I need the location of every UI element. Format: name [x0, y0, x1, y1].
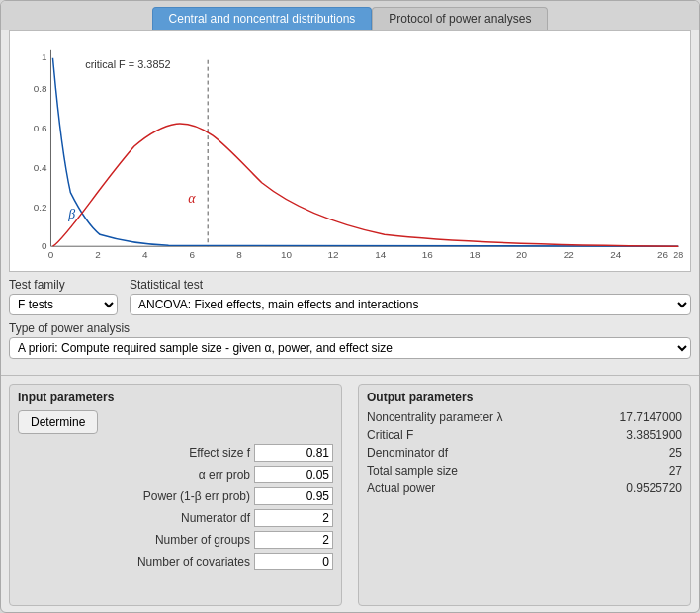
svg-text:14: 14	[375, 249, 387, 260]
covariates-input[interactable]	[254, 553, 333, 570]
power-analysis-label: Type of power analysis	[9, 321, 691, 335]
svg-text:24: 24	[610, 249, 622, 260]
output-row-total-sample: Total sample size 27	[367, 464, 682, 478]
param-row-alpha: α err prob	[18, 466, 333, 483]
test-family-group: Test family F tests	[9, 278, 118, 315]
param-row-effect-size: Effect size f	[18, 444, 333, 462]
input-params-inner: Determine Effect size f α err prob Power…	[18, 410, 333, 574]
denominator-df-label: Denominator df	[367, 446, 589, 460]
alpha-label: α err prob	[18, 468, 250, 482]
output-row-denominator-df: Denominator df 25	[367, 446, 682, 460]
tab-central[interactable]: Central and noncentral distributions	[152, 7, 373, 30]
divider	[1, 375, 699, 376]
svg-text:β: β	[67, 207, 75, 221]
output-row-actual-power: Actual power 0.9525720	[367, 482, 682, 495]
svg-text:0.2: 0.2	[34, 202, 47, 213]
test-family-label: Test family	[9, 278, 118, 292]
svg-text:0.6: 0.6	[34, 123, 47, 133]
param-row-numerator-df: Numerator df	[18, 509, 333, 527]
statistical-test-label: Statistical test	[130, 278, 691, 292]
svg-text:2: 2	[95, 249, 101, 260]
svg-text:1: 1	[42, 51, 47, 62]
groups-label: Number of groups	[18, 533, 250, 547]
test-family-select[interactable]: F tests	[9, 294, 118, 315]
tab-protocol[interactable]: Protocol of power analyses	[372, 7, 548, 30]
svg-text:10: 10	[281, 249, 293, 260]
effect-size-input[interactable]	[254, 444, 333, 462]
alpha-input[interactable]	[254, 466, 333, 483]
tab-bar: Central and noncentral distributions Pro…	[1, 1, 699, 30]
svg-text:16: 16	[422, 249, 434, 260]
params-section: Input parameters Determine Effect size f…	[1, 380, 699, 612]
svg-text:20: 20	[516, 249, 528, 260]
svg-text:18: 18	[469, 249, 481, 260]
main-window: Central and noncentral distributions Pro…	[0, 0, 700, 613]
input-params-box: Input parameters Determine Effect size f…	[9, 384, 342, 606]
svg-text:6: 6	[190, 249, 196, 260]
noncentrality-label: Noncentrality parameter λ	[367, 410, 589, 424]
determine-row: Determine	[18, 410, 333, 440]
svg-text:28: 28	[673, 250, 683, 260]
actual-power-label: Actual power	[367, 482, 589, 495]
svg-text:8: 8	[236, 249, 242, 260]
covariates-label: Number of covariates	[18, 555, 250, 569]
param-row-covariates: Number of covariates	[18, 553, 333, 570]
denominator-df-value: 25	[593, 446, 682, 460]
effect-size-label: Effect size f	[18, 446, 250, 460]
determine-button[interactable]: Determine	[18, 410, 98, 434]
svg-text:4: 4	[142, 249, 148, 260]
power-label: Power (1-β err prob)	[18, 489, 250, 503]
statistical-test-group: Statistical test ANCOVA: Fixed effects, …	[130, 278, 691, 315]
critical-f-out-value: 3.3851900	[593, 428, 682, 442]
svg-text:0: 0	[48, 249, 54, 260]
svg-text:α: α	[188, 191, 196, 206]
numerator-df-input[interactable]	[254, 509, 333, 527]
input-params-title: Input parameters	[18, 391, 333, 404]
svg-text:0: 0	[42, 240, 47, 251]
noncentrality-value: 17.7147000	[593, 410, 682, 424]
svg-text:12: 12	[328, 249, 340, 260]
total-sample-label: Total sample size	[367, 464, 589, 478]
output-params-title: Output parameters	[367, 391, 682, 404]
output-row-critical-f: Critical F 3.3851900	[367, 428, 682, 442]
svg-text:0.8: 0.8	[34, 83, 47, 94]
svg-text:0.4: 0.4	[34, 162, 47, 173]
power-analysis-group: Type of power analysis A priori: Compute…	[9, 321, 691, 359]
actual-power-value: 0.9525720	[593, 482, 682, 495]
numerator-df-label: Numerator df	[18, 511, 250, 525]
param-row-power: Power (1-β err prob)	[18, 487, 333, 505]
svg-text:26: 26	[657, 249, 669, 260]
test-controls: Test family F tests Statistical test ANC…	[1, 272, 699, 371]
statistical-test-select[interactable]: ANCOVA: Fixed effects, main effects and …	[130, 294, 691, 315]
svg-text:22: 22	[564, 249, 575, 260]
groups-input[interactable]	[254, 531, 333, 549]
output-row-noncentrality: Noncentrality parameter λ 17.7147000	[367, 410, 682, 424]
total-sample-value: 27	[593, 464, 682, 478]
critical-f-out-label: Critical F	[367, 428, 589, 442]
power-input[interactable]	[254, 487, 333, 505]
output-params-box: Output parameters Noncentrality paramete…	[358, 384, 691, 606]
chart-area: critical F = 3.3852 0 2 4 6 8 10 12 14 1…	[9, 30, 691, 272]
param-row-groups: Number of groups	[18, 531, 333, 549]
power-analysis-select[interactable]: A priori: Compute required sample size -…	[9, 337, 691, 359]
critical-f-label: critical F = 3.3852	[85, 58, 170, 70]
